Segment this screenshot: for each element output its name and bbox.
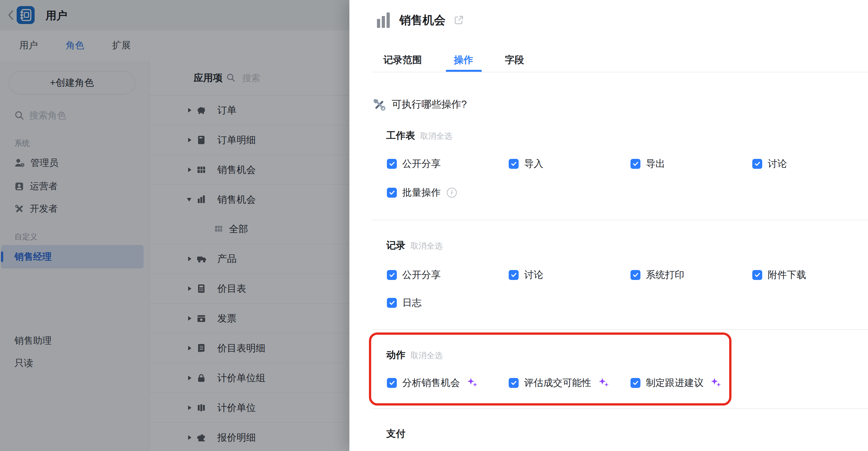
ai-sparkle-icon (598, 377, 609, 388)
checkbox-item-import[interactable]: 导入 (509, 158, 543, 169)
deselect-all-link[interactable]: 取消全选 (411, 240, 443, 251)
checkbox-item-discuss[interactable]: 讨论 (752, 158, 787, 169)
checkbox-item-log[interactable]: 日志 (387, 297, 422, 309)
question-text: 可执行哪些操作? (392, 98, 467, 111)
divider (372, 220, 868, 220)
divider (372, 329, 868, 330)
checkbox-label: 公开分享 (402, 268, 441, 282)
checkbox-checked[interactable] (752, 270, 762, 280)
checkbox-label: 讨论 (768, 157, 787, 170)
checkbox-checked[interactable] (387, 270, 397, 280)
checkbox-checked[interactable] (509, 159, 519, 169)
section-header-payment: 支付 (386, 427, 405, 439)
checkbox-item-system-print[interactable]: 系统打印 (630, 269, 684, 281)
hammer-wrench-icon (372, 98, 386, 111)
screen: 用户 用户 角色 扩展 +创建角色 系统 管理员 (0, 0, 868, 451)
checkbox-item-discuss[interactable]: 讨论 (509, 269, 543, 281)
checkbox-label: 评估成交可能性 (524, 376, 591, 389)
section-title: 支付 (386, 427, 405, 441)
checkbox-item-export[interactable]: 导出 (630, 158, 665, 169)
divider (372, 72, 868, 72)
checkbox-checked[interactable] (630, 159, 641, 169)
checkbox-item-analyze-sales-opportunity[interactable]: 分析销售机会 (387, 377, 477, 389)
checkbox-label: 讨论 (524, 268, 543, 282)
info-icon[interactable]: i (447, 188, 457, 198)
red-annotation-box (369, 332, 732, 406)
section-header-worksheet: 工作表 取消全选 (386, 129, 452, 140)
section-title: 记录 (386, 239, 405, 252)
checkbox-checked[interactable] (509, 378, 519, 388)
question-row: 可执行哪些操作? (372, 97, 467, 112)
deselect-all-link[interactable]: 取消全选 (420, 131, 452, 141)
section-title: 动作 (386, 349, 405, 362)
section-title: 工作表 (386, 129, 415, 142)
permissions-drawer: 销售机会 记录范围 操作 字段 可执行哪些操作? 工作表 取消全选 公开 (349, 0, 868, 451)
checkbox-label: 导入 (524, 157, 543, 170)
deselect-all-link[interactable]: 取消全选 (411, 350, 443, 361)
drawer-header: 销售机会 (376, 10, 464, 31)
section-header-actions: 动作 取消全选 (386, 349, 443, 360)
checkbox-label: 批量操作 (402, 186, 441, 199)
modal-dim-overlay[interactable] (0, 0, 349, 451)
checkbox-checked[interactable] (630, 378, 641, 388)
checkbox-checked[interactable] (387, 298, 397, 308)
bar-chart-icon (376, 12, 392, 28)
checkbox-label: 制定跟进建议 (646, 376, 704, 389)
checkbox-checked[interactable] (387, 159, 397, 169)
checkbox-item-batch-operations[interactable]: 批量操作 i (387, 187, 457, 198)
checkbox-item-make-follow-up-suggestions[interactable]: 制定跟进建议 (630, 377, 721, 389)
checkbox-label: 日志 (402, 296, 422, 310)
drawer-tab-record-scope[interactable]: 记录范围 (383, 51, 422, 69)
checkbox-label: 附件下载 (768, 268, 806, 282)
checkbox-item-attachment-download[interactable]: 附件下载 (752, 269, 806, 281)
checkbox-label: 系统打印 (646, 268, 684, 282)
drawer-title: 销售机会 (399, 12, 445, 28)
checkbox-checked[interactable] (509, 270, 519, 280)
checkbox-item-public-share[interactable]: 公开分享 (387, 269, 441, 281)
checkbox-label: 导出 (646, 157, 665, 170)
drawer-tab-fields[interactable]: 字段 (505, 51, 524, 69)
checkbox-item-public-share[interactable]: 公开分享 (387, 158, 441, 169)
checkbox-label: 公开分享 (402, 157, 441, 170)
external-link-icon[interactable] (453, 15, 464, 26)
checkbox-checked[interactable] (630, 270, 641, 280)
checkbox-checked[interactable] (387, 188, 397, 198)
drawer-tab-operations[interactable]: 操作 (454, 51, 473, 69)
checkbox-checked[interactable] (752, 159, 762, 169)
section-header-record: 记录 取消全选 (386, 239, 443, 251)
checkbox-checked[interactable] (387, 378, 397, 388)
checkbox-label: 分析销售机会 (402, 376, 460, 389)
ai-sparkle-icon (710, 377, 721, 388)
ai-sparkle-icon (467, 377, 477, 388)
divider (372, 409, 868, 409)
checkbox-item-evaluate-deal-probability[interactable]: 评估成交可能性 (509, 377, 609, 389)
